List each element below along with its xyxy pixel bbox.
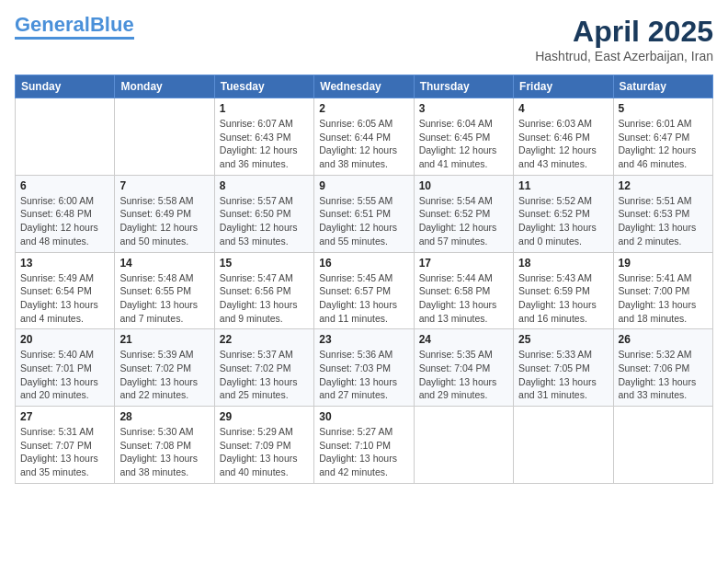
day-number: 21 [119,333,209,346]
day-info: Sunrise: 5:43 AM Sunset: 6:59 PM Dayligh… [518,271,608,326]
calendar-cell: 18Sunrise: 5:43 AM Sunset: 6:59 PM Dayli… [514,252,613,329]
day-info: Sunrise: 5:48 AM Sunset: 6:55 PM Dayligh… [119,271,209,326]
day-number: 16 [319,257,408,270]
day-info: Sunrise: 5:55 AM Sunset: 6:51 PM Dayligh… [319,194,408,248]
day-info: Sunrise: 6:00 AM Sunset: 6:48 PM Dayligh… [20,194,109,248]
calendar-cell: 8Sunrise: 5:57 AM Sunset: 6:50 PM Daylig… [214,175,313,252]
day-number: 12 [619,179,708,192]
day-number: 6 [20,179,109,192]
logo: GeneralBlue [15,15,134,40]
day-header-tuesday: Tuesday [214,75,313,98]
day-number: 15 [220,257,309,270]
day-number: 8 [220,179,309,192]
day-info: Sunrise: 5:30 AM Sunset: 7:08 PM Dayligh… [119,425,209,479]
day-info: Sunrise: 5:57 AM Sunset: 6:50 PM Dayligh… [220,194,309,248]
day-number: 20 [20,333,109,346]
day-info: Sunrise: 6:01 AM Sunset: 6:47 PM Dayligh… [619,117,708,171]
month-title: April 2025 [535,15,713,49]
day-info: Sunrise: 5:49 AM Sunset: 6:54 PM Dayligh… [20,271,109,326]
calendar-cell: 7Sunrise: 5:58 AM Sunset: 6:49 PM Daylig… [115,175,214,252]
calendar-week-5: 27Sunrise: 5:31 AM Sunset: 7:07 PM Dayli… [16,407,713,484]
page-header: GeneralBlue April 2025 Hashtrud, East Az… [15,15,713,63]
day-number: 7 [119,179,209,192]
day-number: 23 [319,333,408,346]
calendar-cell: 23Sunrise: 5:36 AM Sunset: 7:03 PM Dayli… [314,329,414,407]
day-info: Sunrise: 5:31 AM Sunset: 7:07 PM Dayligh… [20,425,109,479]
day-number: 10 [419,179,508,192]
day-info: Sunrise: 6:04 AM Sunset: 6:45 PM Dayligh… [419,117,508,171]
day-info: Sunrise: 5:54 AM Sunset: 6:52 PM Dayligh… [419,194,508,248]
day-info: Sunrise: 5:36 AM Sunset: 7:03 PM Dayligh… [319,348,408,402]
calendar-cell: 30Sunrise: 5:27 AM Sunset: 7:10 PM Dayli… [314,407,414,484]
day-info: Sunrise: 5:47 AM Sunset: 6:56 PM Dayligh… [220,271,309,326]
calendar-cell: 13Sunrise: 5:49 AM Sunset: 6:54 PM Dayli… [16,252,115,329]
day-number: 14 [119,257,209,270]
calendar-cell [115,98,214,176]
day-number: 28 [119,410,209,423]
day-number: 2 [319,102,408,115]
calendar-cell: 29Sunrise: 5:29 AM Sunset: 7:09 PM Dayli… [214,407,313,484]
calendar-cell: 19Sunrise: 5:41 AM Sunset: 7:00 PM Dayli… [613,252,712,329]
calendar-cell: 14Sunrise: 5:48 AM Sunset: 6:55 PM Dayli… [115,252,214,329]
calendar-header-row: SundayMondayTuesdayWednesdayThursdayFrid… [16,75,713,98]
day-number: 3 [419,102,508,115]
calendar-cell: 11Sunrise: 5:52 AM Sunset: 6:52 PM Dayli… [514,175,613,252]
calendar-cell: 15Sunrise: 5:47 AM Sunset: 6:56 PM Dayli… [214,252,313,329]
day-info: Sunrise: 5:33 AM Sunset: 7:05 PM Dayligh… [518,348,608,402]
calendar-cell: 9Sunrise: 5:55 AM Sunset: 6:51 PM Daylig… [314,175,414,252]
calendar-cell: 25Sunrise: 5:33 AM Sunset: 7:05 PM Dayli… [514,329,613,407]
day-number: 17 [419,257,508,270]
calendar-table: SundayMondayTuesdayWednesdayThursdayFrid… [15,75,713,484]
location-subtitle: Hashtrud, East Azerbaijan, Iran [535,49,713,63]
day-number: 25 [518,333,608,346]
calendar-cell: 4Sunrise: 6:03 AM Sunset: 6:46 PM Daylig… [514,98,613,176]
calendar-cell: 24Sunrise: 5:35 AM Sunset: 7:04 PM Dayli… [414,329,513,407]
day-info: Sunrise: 6:07 AM Sunset: 6:43 PM Dayligh… [220,117,309,171]
logo-blue: Blue [90,13,134,36]
day-header-sunday: Sunday [16,75,115,98]
day-number: 22 [220,333,309,346]
day-info: Sunrise: 5:39 AM Sunset: 7:02 PM Dayligh… [119,348,209,402]
calendar-week-1: 1Sunrise: 6:07 AM Sunset: 6:43 PM Daylig… [16,98,713,176]
calendar-cell: 22Sunrise: 5:37 AM Sunset: 7:02 PM Dayli… [214,329,313,407]
calendar-cell: 2Sunrise: 6:05 AM Sunset: 6:44 PM Daylig… [314,98,414,176]
day-info: Sunrise: 5:45 AM Sunset: 6:57 PM Dayligh… [319,271,408,326]
calendar-cell: 17Sunrise: 5:44 AM Sunset: 6:58 PM Dayli… [414,252,513,329]
calendar-cell: 3Sunrise: 6:04 AM Sunset: 6:45 PM Daylig… [414,98,513,176]
day-number: 18 [518,257,608,270]
day-info: Sunrise: 5:27 AM Sunset: 7:10 PM Dayligh… [319,425,408,479]
day-info: Sunrise: 5:52 AM Sunset: 6:52 PM Dayligh… [518,194,608,248]
day-number: 30 [319,410,408,423]
logo-underline [15,37,134,40]
day-number: 19 [619,257,708,270]
day-number: 5 [619,102,708,115]
day-header-wednesday: Wednesday [314,75,414,98]
day-number: 27 [20,410,109,423]
calendar-cell: 12Sunrise: 5:51 AM Sunset: 6:53 PM Dayli… [613,175,712,252]
calendar-week-4: 20Sunrise: 5:40 AM Sunset: 7:01 PM Dayli… [16,329,713,407]
calendar-cell: 20Sunrise: 5:40 AM Sunset: 7:01 PM Dayli… [16,329,115,407]
calendar-cell: 16Sunrise: 5:45 AM Sunset: 6:57 PM Dayli… [314,252,414,329]
calendar-cell: 6Sunrise: 6:00 AM Sunset: 6:48 PM Daylig… [16,175,115,252]
day-info: Sunrise: 5:37 AM Sunset: 7:02 PM Dayligh… [220,348,309,402]
day-info: Sunrise: 5:35 AM Sunset: 7:04 PM Dayligh… [419,348,508,402]
day-info: Sunrise: 5:58 AM Sunset: 6:49 PM Dayligh… [119,194,209,248]
day-header-monday: Monday [115,75,214,98]
day-info: Sunrise: 5:44 AM Sunset: 6:58 PM Dayligh… [419,271,508,326]
day-info: Sunrise: 5:51 AM Sunset: 6:53 PM Dayligh… [619,194,708,248]
calendar-cell: 1Sunrise: 6:07 AM Sunset: 6:43 PM Daylig… [214,98,313,176]
title-block: April 2025 Hashtrud, East Azerbaijan, Ir… [535,15,713,63]
calendar-cell: 21Sunrise: 5:39 AM Sunset: 7:02 PM Dayli… [115,329,214,407]
day-number: 4 [518,102,608,115]
calendar-cell [414,407,513,484]
calendar-week-2: 6Sunrise: 6:00 AM Sunset: 6:48 PM Daylig… [16,175,713,252]
day-number: 29 [220,410,309,423]
calendar-cell [514,407,613,484]
calendar-cell [16,98,115,176]
day-info: Sunrise: 5:41 AM Sunset: 7:00 PM Dayligh… [619,271,708,326]
day-number: 1 [220,102,309,115]
day-info: Sunrise: 5:29 AM Sunset: 7:09 PM Dayligh… [220,425,309,479]
day-info: Sunrise: 5:40 AM Sunset: 7:01 PM Dayligh… [20,348,109,402]
calendar-cell [613,407,712,484]
day-header-saturday: Saturday [613,75,712,98]
